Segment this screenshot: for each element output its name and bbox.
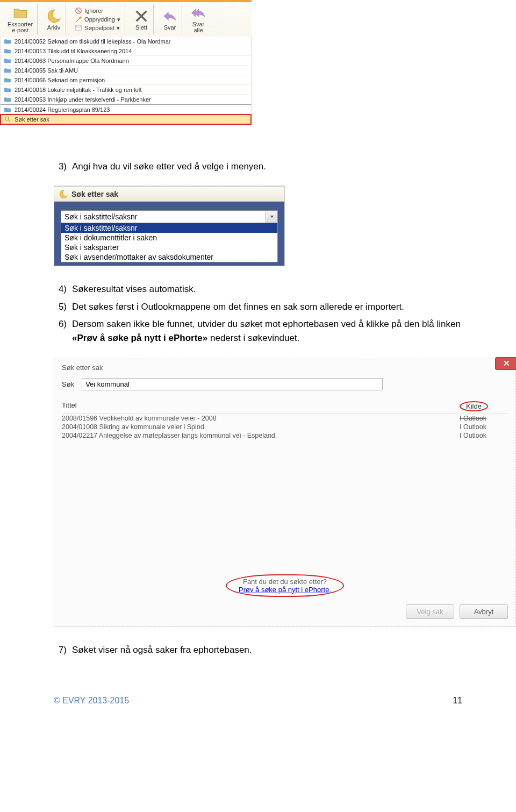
list-item[interactable]: 2014/00024 Reguleringsplan 89/123 [1, 104, 251, 115]
blue-folder-icon [4, 106, 11, 113]
blue-folder-icon [4, 38, 11, 45]
outlook-folder-list: 2014/00052 Søknad om tilskudd til lekepl… [0, 37, 252, 125]
search-icon [4, 116, 11, 123]
step-7: 7)Søket viser nå også saker fra ephorteb… [54, 643, 462, 657]
sok-etter-sak-dialog: ✕ Søk etter sak Søk Tittel Kilde 2008/01… [54, 359, 516, 627]
list-item[interactable]: 2014/00013 Tilskudd til Kloakksanering 2… [1, 46, 251, 56]
delete-x-icon [134, 9, 149, 24]
search-label: Søk [62, 380, 74, 388]
velg-sak-button[interactable]: Velg sak [406, 604, 454, 619]
search-option[interactable]: Søk i saksparter [61, 243, 277, 252]
fant-text: Fant du det du søkte etter? Prøv å søke … [62, 574, 508, 597]
copyright: © EVRY 2013-2015 [54, 696, 129, 706]
soppelpost-button[interactable]: Søppelpost ▾ [75, 24, 120, 32]
close-button[interactable]: ✕ [495, 357, 516, 370]
table-row[interactable]: 2008/01596 Vedlikehold av kommunale veie… [62, 414, 508, 423]
sok-etter-sak-dropdown-screenshot: Søk etter sak Søk i sakstittel/saksnr Sø… [54, 186, 285, 266]
broom-icon [75, 16, 82, 23]
step-4: 4)Søkeresultat vises automatisk. [54, 282, 462, 296]
prov-a-soke-link[interactable]: Prøv å søke på nytt i ePhorte. [239, 586, 331, 594]
outlook-ribbon-screenshot: Eksporter e-post Arkiv Ignorer Oppryddin… [0, 0, 252, 125]
blue-folder-icon [4, 86, 11, 93]
ignorer-button[interactable]: Ignorer [75, 7, 120, 15]
search-type-input[interactable] [61, 211, 266, 223]
page-number: 11 [453, 696, 462, 706]
col-kilde: Kilde [460, 401, 508, 411]
list-item[interactable]: 2014/00055 Sak til AMU [1, 66, 251, 75]
blue-folder-icon [4, 67, 11, 74]
folder-icon [13, 5, 28, 20]
sok-etter-sak-item[interactable]: Søk etter sak [1, 115, 251, 124]
col-tittel: Tittel [62, 401, 460, 411]
step-6: 6) Dersom saken ikke ble funnet, utvider… [54, 317, 462, 346]
dialog-title: Søk etter sak [62, 364, 508, 372]
svar-alle-button[interactable]: Svar alle [191, 5, 206, 33]
step-5: 5)Det søkes først i Outlookmappene om de… [54, 300, 462, 314]
search-option[interactable]: Søk i sakstittel/saksnr [61, 223, 277, 233]
moon-icon [59, 189, 68, 199]
results-header: Tittel Kilde [62, 399, 508, 414]
eksporter-epost-button[interactable]: Eksporter e-post [8, 5, 33, 33]
list-item[interactable]: 2014/00053 Innkjøp under terskelverdi - … [1, 95, 251, 104]
table-row[interactable]: 2004/01008 Sikring av kommunale veier i … [62, 423, 508, 431]
step-3: 3) Angi hva du vil søke etter ved å velg… [54, 160, 462, 174]
blue-folder-icon [4, 47, 11, 54]
slett-button[interactable]: Slett [134, 9, 149, 31]
opprydding-button[interactable]: Opprydding ▾ [75, 16, 120, 23]
block-icon [75, 7, 82, 15]
page-footer: © EVRY 2013-2015 11 [0, 664, 516, 706]
list-item[interactable]: 2014/00018 Lokale miljøtiltak - Trafikk … [1, 85, 251, 95]
reply-icon [162, 9, 177, 24]
search-type-select[interactable] [61, 210, 278, 223]
blue-folder-icon [4, 57, 11, 64]
list-item[interactable]: 2014/00066 Søknad om permisjon [1, 75, 251, 85]
reply-all-icon [191, 5, 206, 20]
blue-folder-icon [4, 76, 11, 83]
chevron-down-icon[interactable] [266, 211, 277, 223]
avbryt-button[interactable]: Avbryt [460, 604, 508, 619]
search-option[interactable]: Søk i dokumenttitler i saken [61, 233, 277, 243]
search-type-options: Søk i sakstittel/saksnr Søk i dokumentti… [61, 223, 278, 262]
search-option[interactable]: Søk i avsender/mottaker av saksdokumente… [61, 252, 277, 262]
search-input[interactable] [82, 378, 383, 390]
blue-folder-icon [4, 96, 11, 103]
sok-etter-sak-title: Søk etter sak [54, 187, 284, 202]
arkiv-button[interactable]: Arkiv [46, 9, 61, 31]
svar-button[interactable]: Svar [162, 9, 177, 31]
list-item[interactable]: 2014/00052 Søknad om tilskudd til lekepl… [1, 37, 251, 46]
table-row[interactable]: 2004/02217 Anleggelse av møteplasser lan… [62, 431, 508, 440]
moon-icon [46, 9, 61, 24]
list-item[interactable]: 2014/00063 Personalmappe Ola Nordmann [1, 56, 251, 66]
envelope-icon [75, 24, 82, 32]
